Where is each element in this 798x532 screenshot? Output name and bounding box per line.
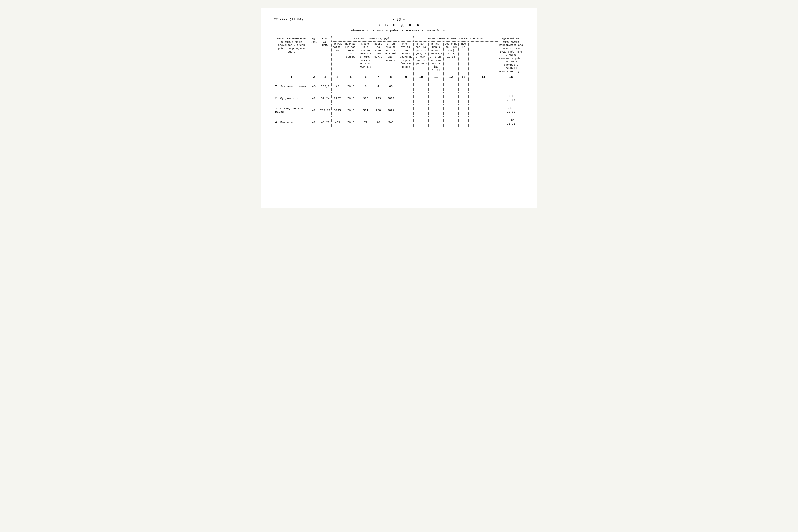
- header-normative: Нормативная условно-чистая продукция: [414, 36, 498, 41]
- header-nakladnye: наклад-ные рас-ходы%сум-ма: [343, 41, 358, 74]
- cell-col9: [399, 116, 414, 128]
- header-col14: МОО IA: [459, 41, 469, 74]
- table-row: 4. Покрытием248,20433I6,572405453,64 II,…: [274, 116, 524, 128]
- cell-col7: 2I3: [373, 92, 383, 104]
- cell-col13: [459, 116, 469, 128]
- page-number: - 33 -: [303, 18, 494, 21]
- cell-col9: [399, 104, 414, 116]
- cell-col14: [469, 92, 498, 104]
- cell-unit: м2: [309, 92, 319, 104]
- header-vplan: в пла-новых накоп-лениях,% от стои-мос-т…: [429, 41, 443, 74]
- cell-col8: 545: [383, 116, 399, 128]
- header-planovye: плано-вые накоп-ления % от стои-мос-ти п…: [358, 41, 373, 74]
- header-vtomchisle: в том чис-ле по ос-нов-ной зар. пла-та: [383, 41, 399, 74]
- cell-col8: 2870: [383, 92, 399, 104]
- cell-col6: 8: [358, 80, 373, 92]
- col-num-4: 4: [332, 74, 343, 80]
- cell-col15: 3,64 II,3I: [498, 116, 524, 128]
- cell-unit: м3: [309, 80, 319, 92]
- cell-col6: 376: [358, 92, 373, 104]
- page: 224-9-95(II.84) - 33 - С В О Д К А объем…: [261, 7, 537, 208]
- col-num-11: II: [429, 74, 443, 80]
- col-num-9: 9: [399, 74, 414, 80]
- cell-col5: I6,5: [343, 116, 358, 128]
- cell-col10: [414, 92, 429, 104]
- col-num-3: 3: [319, 74, 331, 80]
- col-num-10: IO: [414, 74, 429, 80]
- title-sub: объемов и стоимости работ к локальной см…: [274, 28, 524, 32]
- cell-col4: 228I: [332, 92, 343, 104]
- cell-col11: [429, 116, 443, 128]
- col-num-12: I2: [443, 74, 459, 80]
- cell-col15: 0,40 0,45: [498, 80, 524, 92]
- doc-id: 224-9-95(II.84): [274, 18, 303, 21]
- cell-col10: [414, 80, 429, 92]
- cell-col11: [429, 104, 443, 116]
- cell-qty: 39,24: [319, 92, 331, 104]
- cell-col13: [459, 80, 469, 92]
- cell-col12: [443, 92, 459, 104]
- cell-col10: [414, 116, 429, 128]
- cell-col14: [469, 80, 498, 92]
- cell-col7: 4: [373, 80, 383, 92]
- cell-col10: [414, 104, 429, 116]
- col-num-7: 7: [373, 74, 383, 80]
- col-num-15: I5: [498, 74, 524, 80]
- header-ekspluatatsiya: эксп-луа-та-ция новых машин по зара-бот-…: [399, 41, 414, 74]
- table-row: 3. Стены, перего-родким2I87,203095I6,55I…: [274, 104, 524, 116]
- cell-col12: [443, 80, 459, 92]
- cell-col14: [469, 104, 498, 116]
- cell-col8: 60: [383, 80, 399, 92]
- header-name: №№ пп Наименование конструктивных элемен…: [274, 36, 309, 74]
- cell-qty: I32,0: [319, 80, 331, 92]
- cell-col9: [399, 92, 414, 104]
- cell-col7: 288: [373, 104, 383, 116]
- cell-col11: [429, 92, 443, 104]
- col-num-8: 8: [383, 74, 399, 80]
- header-qty: К-воед.изм.: [319, 36, 331, 74]
- cell-col4: 48: [332, 80, 343, 92]
- title-main: С В О Д К А: [274, 23, 524, 27]
- cell-name: 2. Фундаменты: [274, 92, 309, 104]
- cell-unit: м2: [309, 104, 319, 116]
- cell-qty: I87,20: [319, 104, 331, 116]
- header-vsego: всего по гра-фам 5,7,8: [373, 41, 383, 74]
- cell-name: 3. Стены, перего-родки: [274, 104, 309, 116]
- header-pryamye: прямые затра-ты: [332, 41, 343, 74]
- col-num-2: 2: [309, 74, 319, 80]
- cell-col6: 5II: [358, 104, 373, 116]
- cell-col5: I6,5: [343, 104, 358, 116]
- col-num-14: I4: [469, 74, 498, 80]
- cell-col4: 3095: [332, 104, 343, 116]
- cell-col13: [459, 92, 469, 104]
- cell-name: I. Земляные работы: [274, 80, 309, 92]
- cell-col9: [399, 80, 414, 92]
- cell-col8: 3894: [383, 104, 399, 116]
- cell-col12: [443, 104, 459, 116]
- header-vnakl: в нак-лад-ных расхо-дах, % от сум-мы по …: [414, 41, 429, 74]
- table-row: I. Земляные работым3I32,048I6,584600,40 …: [274, 80, 524, 92]
- header-smetnaya: Сметная стоимость, руб.: [332, 36, 414, 41]
- title-block: С В О Д К А объемов и стоимости работ к …: [274, 23, 524, 32]
- cell-unit: м2: [309, 116, 319, 128]
- cell-col5: I6,5: [343, 80, 358, 92]
- table-row: 2. Фундаментым239,24228II6,53762I32870I9…: [274, 92, 524, 104]
- header-udelniy: Удельный вес стои-мости конструктивного …: [498, 36, 524, 74]
- cell-qty: 48,20: [319, 116, 331, 128]
- cell-col14: [469, 116, 498, 128]
- cell-col15: 26,0 20,80: [498, 104, 524, 116]
- cell-col15: I9,I6 73,I4: [498, 92, 524, 104]
- cell-col7: 40: [373, 116, 383, 128]
- cell-col5: I6,5: [343, 92, 358, 104]
- main-table: №№ пп Наименование конструктивных элемен…: [274, 36, 524, 128]
- header-unit: Ед.изм.: [309, 36, 319, 74]
- cell-col6: 72: [358, 116, 373, 128]
- col-num-13: I3: [459, 74, 469, 80]
- cell-col11: [429, 80, 443, 92]
- col-num-6: 6: [358, 74, 373, 80]
- cell-col13: [459, 104, 469, 116]
- cell-col4: 433: [332, 116, 343, 128]
- col-num-1: I: [274, 74, 309, 80]
- cell-col12: [443, 116, 459, 128]
- col-num-5: 5: [343, 74, 358, 80]
